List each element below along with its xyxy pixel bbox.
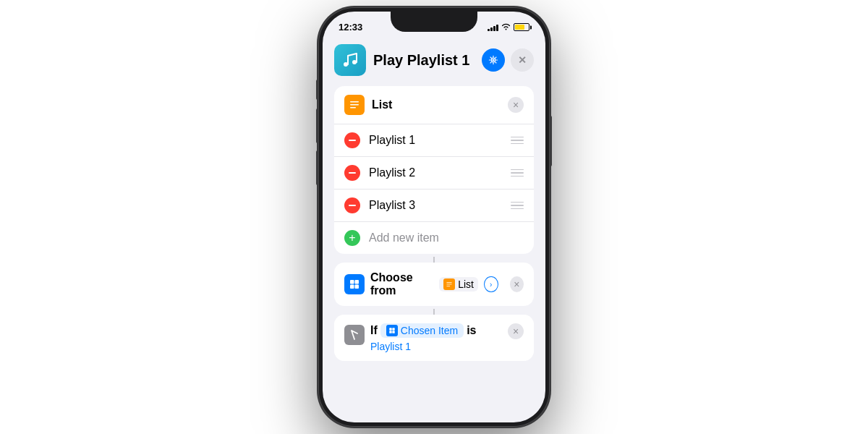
list-card-title: List [372,98,501,111]
close-button[interactable]: ✕ [511,48,534,72]
playlist3-label: Playlist 3 [369,199,502,212]
settings-button[interactable] [482,48,505,72]
chosen-item-badge[interactable]: Chosen Item [380,323,464,338]
if-icon [344,325,365,345]
add-item-label: Add new item [369,231,439,244]
choose-from-card: Choose from List › × [334,263,534,306]
chevron-button[interactable]: › [484,276,498,292]
if-remove-button[interactable]: × [508,323,524,339]
if-playlist1-label: Playlist 1 [370,341,411,352]
choose-from-icon [344,274,365,294]
header-controls: ✕ [482,48,534,72]
svg-point-2 [492,59,494,61]
chosen-item-icon [386,325,398,336]
list-item: Playlist 2 [334,157,534,190]
screen-content[interactable]: Play Playlist 1 ✕ [323,35,545,414]
if-card: If Chosen Item [334,315,534,361]
side-button-power [550,116,552,166]
svg-rect-5 [350,104,359,106]
connector-line-2 [433,309,435,315]
if-keyword: If [370,324,378,337]
svg-rect-4 [350,101,359,103]
side-button-vol-up [316,109,318,143]
close-icon: ✕ [518,54,527,66]
app-icon [334,44,366,76]
svg-point-1 [352,60,357,64]
list-item: Playlist 3 [334,190,534,222]
list-header-icon [344,95,365,115]
svg-rect-10 [355,285,359,289]
svg-rect-16 [389,331,391,333]
if-card-inner: If Chosen Item [334,315,534,361]
svg-rect-6 [350,107,356,109]
playlist1-label: Playlist 1 [369,134,502,147]
list-badge-text: List [458,278,474,290]
if-content: If Chosen Item [370,323,502,352]
battery-fill [515,25,524,30]
add-item-button[interactable]: + [344,230,360,246]
signal-icon [488,24,498,31]
side-button-mute [316,80,318,100]
svg-point-0 [344,62,348,67]
choose-from-remove-button[interactable]: × [510,276,524,292]
phone-frame: 12:33 [318,7,550,427]
drag-handle-playlist2[interactable] [511,169,524,177]
list-item: Playlist 1 [334,124,534,157]
list-card-header: List × [334,86,534,124]
list-remove-button[interactable]: × [508,97,524,113]
status-time: 12:33 [339,22,362,33]
svg-rect-9 [350,285,354,289]
battery-icon [514,23,529,31]
drag-handle-playlist3[interactable] [511,202,524,210]
status-icons [488,23,529,32]
phone-screen: 12:33 [323,12,545,422]
remove-playlist2-button[interactable] [344,165,360,181]
svg-rect-8 [355,280,359,284]
drag-handle-playlist1[interactable] [511,137,524,145]
list-badge-icon [443,278,455,290]
wifi-icon [501,23,511,32]
page-title: Play Playlist 1 [373,52,475,69]
chosen-item-label: Chosen Item [401,325,458,336]
svg-rect-17 [392,331,394,333]
list-badge[interactable]: List [439,277,478,292]
side-button-vol-down [316,150,318,185]
svg-rect-15 [392,328,394,330]
svg-rect-7 [350,280,354,284]
svg-rect-13 [446,286,450,286]
notch [391,12,477,32]
svg-rect-12 [446,284,452,284]
app-header: Play Playlist 1 ✕ [334,35,534,86]
list-card: List × Playlist 1 Playlist 2 [334,86,534,254]
playlist2-label: Playlist 2 [369,166,502,179]
remove-playlist1-button[interactable] [344,132,360,148]
is-keyword: is [467,324,476,337]
remove-playlist3-button[interactable] [344,197,360,213]
svg-rect-11 [446,282,452,283]
connector-line-1 [433,257,435,263]
svg-rect-14 [389,328,391,330]
add-item-row[interactable]: + Add new item [334,222,534,254]
choose-from-label: Choose from [370,271,433,297]
